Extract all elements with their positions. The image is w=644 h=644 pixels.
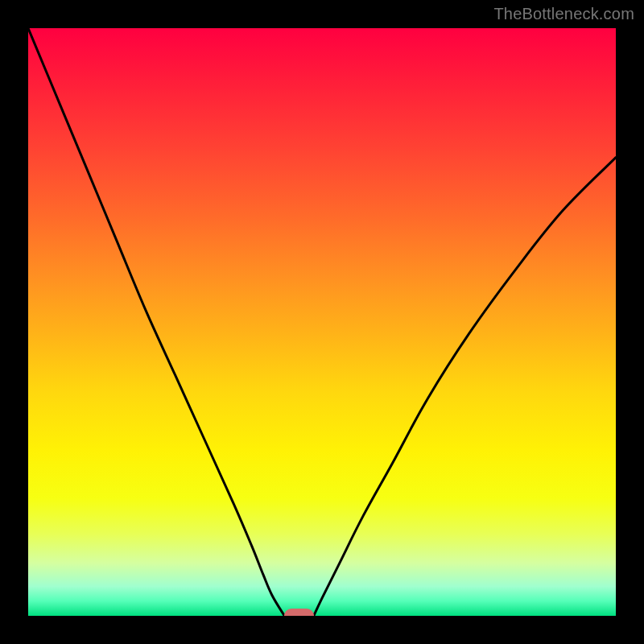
left-bottleneck-curve	[28, 28, 284, 616]
right-bottleneck-curve	[314, 158, 616, 616]
bottleneck-target-marker	[284, 609, 314, 616]
chart-frame: TheBottleneck.com	[0, 0, 644, 644]
plot-area	[28, 28, 616, 616]
curves-layer	[28, 28, 616, 616]
watermark-text: TheBottleneck.com	[493, 5, 634, 23]
